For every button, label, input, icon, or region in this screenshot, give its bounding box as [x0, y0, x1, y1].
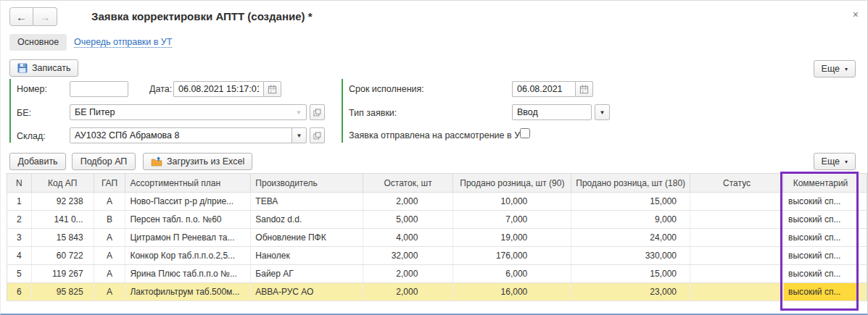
- tab-main[interactable]: Основное: [9, 34, 67, 51]
- table-cell[interactable]: 15,000: [571, 193, 690, 211]
- table-row[interactable]: 460 722АКонкор Кор таб.п.п.о.2,5...Нанол…: [7, 247, 867, 265]
- table-cell[interactable]: 119 267: [31, 265, 94, 283]
- type-field[interactable]: Ввод: [512, 104, 592, 120]
- forward-button[interactable]: →: [33, 7, 57, 26]
- table-cell[interactable]: [690, 247, 784, 265]
- date-input[interactable]: [173, 81, 263, 97]
- table-cell[interactable]: 2,000: [363, 193, 453, 211]
- column-header[interactable]: Остаток, шт: [363, 174, 453, 193]
- table-cell[interactable]: 5: [7, 265, 32, 283]
- table-cell[interactable]: 4: [7, 247, 32, 265]
- table-cell[interactable]: высокий сп...: [784, 229, 858, 247]
- column-header[interactable]: N: [7, 174, 32, 193]
- table-cell[interactable]: 2: [7, 211, 32, 229]
- table-cell[interactable]: Ново-Пассит р-р д/прие...: [125, 193, 251, 211]
- table-cell[interactable]: Обновление ПФК: [251, 229, 363, 247]
- table-cell[interactable]: высокий сп...: [784, 193, 858, 211]
- calendar-button[interactable]: [263, 81, 281, 97]
- type-dropdown-button[interactable]: ▼: [595, 104, 610, 120]
- table-cell[interactable]: 15 843: [31, 229, 94, 247]
- more-button-table[interactable]: Еще ▾: [814, 153, 856, 170]
- table-cell[interactable]: А: [94, 283, 125, 301]
- table-cell[interactable]: АВВА-РУС АО: [251, 283, 363, 301]
- table-cell[interactable]: А: [94, 247, 125, 265]
- table-cell[interactable]: А: [94, 193, 125, 211]
- table-cell[interactable]: высокий сп...: [784, 247, 858, 265]
- table-row[interactable]: 695 825АЛактофильтрум таб.500м...АВВА-РУ…: [7, 283, 867, 301]
- table-row[interactable]: 5119 267АЯрина Плюс таб.п.п.о №...Байер …: [7, 265, 867, 283]
- table-cell[interactable]: Нанолек: [251, 247, 363, 265]
- table-cell[interactable]: 60 722: [31, 247, 94, 265]
- pick-ap-button[interactable]: Подбор АП: [72, 153, 136, 170]
- close-icon[interactable]: ×: [853, 9, 859, 20]
- table-cell[interactable]: ТЕВА: [251, 193, 363, 211]
- column-header[interactable]: Продано розница, шт (90): [453, 174, 571, 193]
- table-cell[interactable]: Лактофильтрум таб.500м...: [125, 283, 251, 301]
- table-row[interactable]: 192 238АНово-Пассит р-р д/прие...ТЕВА2,0…: [7, 193, 867, 211]
- table-cell[interactable]: Ярина Плюс таб.п.п.о №...: [125, 265, 251, 283]
- load-excel-button[interactable]: Загрузить из Excel: [143, 153, 252, 170]
- table-cell[interactable]: Байер АГ: [251, 265, 363, 283]
- table-cell[interactable]: высокий сп...: [784, 211, 858, 229]
- tab-link-queue-ut[interactable]: Очередь отправки в УТ: [74, 37, 172, 48]
- table-cell[interactable]: [690, 229, 784, 247]
- table-cell[interactable]: 95 825: [31, 283, 94, 301]
- table-cell[interactable]: 330,000: [571, 247, 690, 265]
- sklad-dropdown-button[interactable]: ▼: [292, 127, 307, 143]
- back-button[interactable]: ←: [9, 7, 33, 26]
- table-cell[interactable]: В: [94, 211, 125, 229]
- table-cell[interactable]: высокий сп...: [784, 283, 858, 301]
- column-header[interactable]: Продано розница, шт (180): [571, 174, 690, 193]
- table-cell[interactable]: Персен табл. п.о. №60: [125, 211, 251, 229]
- table-cell[interactable]: 9,000: [571, 211, 690, 229]
- table-row[interactable]: 2141 0...ВПерсен табл. п.о. №60Sandoz d.…: [7, 211, 867, 229]
- sent-checkbox[interactable]: [520, 128, 530, 138]
- table-cell[interactable]: 2,000: [363, 265, 453, 283]
- table-cell[interactable]: 32,000: [363, 247, 453, 265]
- table-cell[interactable]: 6: [7, 283, 32, 301]
- table-cell[interactable]: 3: [7, 229, 32, 247]
- sklad-field[interactable]: АУ1032 СПб Абрамова 8: [70, 127, 292, 143]
- table-cell[interactable]: высокий сп...: [784, 265, 858, 283]
- sklad-open-button[interactable]: [310, 127, 325, 143]
- column-header[interactable]: Код АП: [31, 174, 94, 193]
- table-cell[interactable]: 2,000: [363, 283, 453, 301]
- table-cell[interactable]: 10,000: [453, 193, 571, 211]
- table-cell[interactable]: 16,000: [453, 283, 571, 301]
- column-header[interactable]: Комментарий: [784, 174, 858, 193]
- column-header[interactable]: Статус: [690, 174, 784, 193]
- table-cell[interactable]: Конкор Кор таб.п.п.о.2,5...: [125, 247, 251, 265]
- table-cell[interactable]: 19,000: [453, 229, 571, 247]
- table-cell[interactable]: 92 238: [31, 193, 94, 211]
- due-date-input[interactable]: [512, 81, 575, 97]
- table-cell[interactable]: 7,000: [453, 211, 571, 229]
- table-cell[interactable]: 5,000: [363, 211, 453, 229]
- table-cell[interactable]: 1: [7, 193, 32, 211]
- table-cell[interactable]: 15,000: [571, 265, 690, 283]
- table-cell[interactable]: А: [94, 265, 125, 283]
- be-open-button[interactable]: [310, 104, 325, 120]
- column-header[interactable]: Производитель: [251, 174, 363, 193]
- add-row-button[interactable]: Добавить: [9, 153, 66, 170]
- table-cell[interactable]: [690, 265, 784, 283]
- table-cell[interactable]: 23,000: [571, 283, 690, 301]
- save-button[interactable]: Записать: [9, 59, 78, 77]
- column-header[interactable]: Ассортиментный план: [125, 174, 251, 193]
- be-field[interactable]: БЕ Питер ▼: [70, 104, 307, 120]
- column-header[interactable]: ГАП: [94, 174, 125, 193]
- table-cell[interactable]: Цитрамон П Реневал та...: [125, 229, 251, 247]
- due-calendar-button[interactable]: [575, 81, 593, 97]
- table-cell[interactable]: [690, 283, 784, 301]
- more-button-top[interactable]: Еще ▾: [814, 60, 856, 77]
- table-row[interactable]: 315 843АЦитрамон П Реневал та...Обновлен…: [7, 229, 867, 247]
- table-cell[interactable]: 4,000: [363, 229, 453, 247]
- table-cell[interactable]: 176,000: [453, 247, 571, 265]
- number-input[interactable]: [70, 81, 128, 97]
- table-cell[interactable]: [690, 211, 784, 229]
- table-cell[interactable]: 24,000: [571, 229, 690, 247]
- table-cell[interactable]: Sandoz d.d.: [251, 211, 363, 229]
- table-cell[interactable]: 141 0...: [31, 211, 94, 229]
- table-cell[interactable]: [690, 193, 784, 211]
- table-cell[interactable]: А: [94, 229, 125, 247]
- table-cell[interactable]: 6,000: [453, 265, 571, 283]
